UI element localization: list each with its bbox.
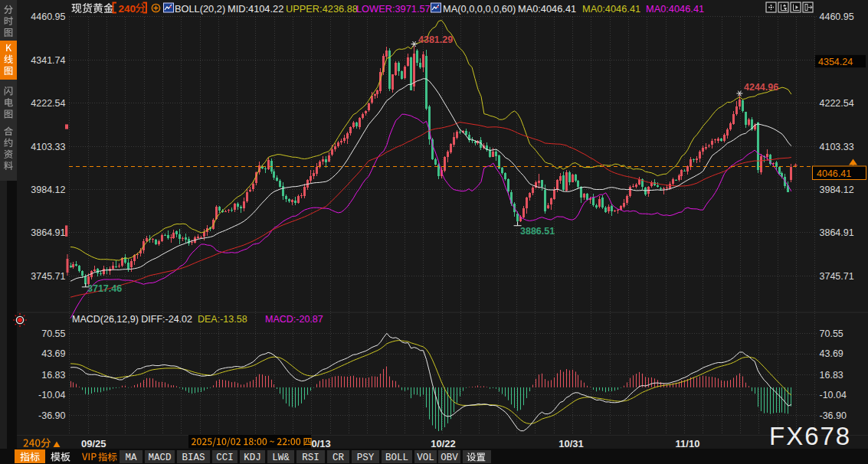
svg-text:BIAS: BIAS (182, 453, 205, 463)
svg-text:240: 240 (119, 3, 136, 15)
svg-text:3745.71: 3745.71 (820, 271, 854, 282)
svg-text:UPPER:4236.88: UPPER:4236.88 (286, 3, 358, 15)
svg-text:PSY: PSY (357, 453, 375, 463)
svg-text:3984.12: 3984.12 (820, 185, 854, 195)
svg-text:4244.96: 4244.96 (744, 82, 778, 93)
svg-text:4222.54: 4222.54 (31, 98, 65, 109)
svg-text:4103.33: 4103.33 (31, 142, 65, 152)
svg-text:4222.54: 4222.54 (820, 98, 854, 109)
svg-text:43.69: 43.69 (41, 348, 65, 359)
svg-text:BOLL: BOLL (385, 453, 408, 463)
svg-text:LOWER:3971.57: LOWER:3971.57 (356, 3, 431, 15)
svg-text:4460.95: 4460.95 (31, 11, 65, 22)
svg-text:11/10: 11/10 (676, 438, 700, 449)
svg-text:-36.90: -36.90 (820, 410, 847, 421)
svg-text:MACD: MACD (148, 453, 171, 463)
svg-text:MACD(26,12,9) DIFF:-24.02: MACD(26,12,9) DIFF:-24.02 (72, 314, 192, 325)
svg-text:-10.04: -10.04 (820, 390, 847, 400)
svg-text:MA0:4046.41: MA0:4046.41 (582, 3, 640, 15)
svg-text:43.69: 43.69 (820, 348, 843, 359)
svg-text:70.55: 70.55 (820, 328, 843, 339)
svg-text:DEA:-13.58: DEA:-13.58 (198, 314, 247, 325)
svg-text:4460.95: 4460.95 (820, 11, 854, 22)
svg-text:3864.91: 3864.91 (820, 227, 854, 238)
svg-text:4341.74: 4341.74 (31, 55, 65, 66)
svg-text:-36.90: -36.90 (38, 410, 65, 421)
svg-text:OBV: OBV (441, 453, 458, 463)
svg-text:MID:4104.22: MID:4104.22 (228, 3, 283, 15)
svg-text:3864.91: 3864.91 (31, 227, 65, 238)
svg-text:10/22: 10/22 (431, 438, 456, 449)
svg-text:4354.24: 4354.24 (818, 57, 853, 67)
svg-text:MA: MA (125, 453, 137, 463)
svg-text:FX678: FX678 (769, 422, 851, 450)
svg-text:10/31: 10/31 (558, 438, 584, 449)
svg-text:4381.29: 4381.29 (418, 34, 453, 45)
svg-text:3886.51: 3886.51 (520, 226, 555, 237)
svg-text:VOL: VOL (417, 453, 434, 463)
svg-text:LW&: LW& (272, 453, 290, 463)
svg-text:-10.04: -10.04 (38, 390, 65, 400)
svg-text:09/25: 09/25 (81, 438, 106, 449)
svg-text:CR: CR (332, 453, 345, 463)
svg-text:16.83: 16.83 (820, 370, 843, 381)
svg-text:3745.71: 3745.71 (31, 271, 65, 282)
svg-text:4103.33: 4103.33 (820, 142, 854, 152)
svg-text:KDJ: KDJ (244, 453, 261, 463)
svg-text:MA(0,0,0,0,0,60): MA(0,0,0,0,0,60) (443, 3, 516, 15)
svg-text:4046.41: 4046.41 (817, 168, 851, 179)
svg-text:CCI: CCI (216, 453, 234, 463)
svg-text:BOLL(20,2): BOLL(20,2) (175, 3, 225, 15)
svg-text:70.55: 70.55 (41, 328, 65, 339)
svg-text:3717.46: 3717.46 (87, 283, 122, 294)
svg-text:MA0:4046.41: MA0:4046.41 (646, 3, 704, 15)
svg-text:MACD:-20.87: MACD:-20.87 (265, 314, 323, 325)
svg-text:3984.12: 3984.12 (31, 185, 65, 195)
svg-text:MA0:4046.41: MA0:4046.41 (518, 3, 576, 15)
svg-text:16.83: 16.83 (41, 370, 65, 381)
svg-text:RSI: RSI (302, 453, 319, 463)
